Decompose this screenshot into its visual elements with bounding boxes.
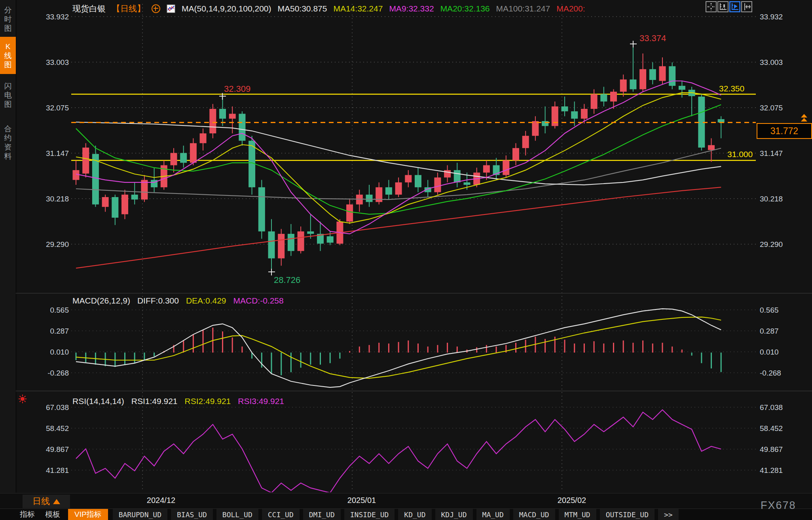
candle-body	[278, 234, 285, 258]
candle-body	[503, 160, 509, 175]
axis-play-button-active[interactable]	[729, 1, 740, 12]
axis-label: 58.452	[46, 424, 69, 433]
macd-pane	[76, 309, 721, 387]
toolbar-tab[interactable]: BIAS_UD	[171, 509, 213, 520]
symbol-name[interactable]: 现货白银	[72, 3, 106, 14]
timeframe-selector[interactable]: 日线	[23, 495, 70, 508]
ma200-value: MA200:	[556, 4, 585, 13]
candle-body	[219, 109, 226, 119]
toolbar-tab[interactable]: MA_UD	[476, 509, 510, 520]
candle-body	[239, 114, 245, 140]
candle-body	[610, 92, 617, 102]
toolbar-tab[interactable]: MTM_UD	[559, 509, 596, 520]
toolbar-tab[interactable]: VIP指标	[68, 509, 108, 520]
axis-label: 33.003	[760, 58, 783, 66]
rsi2-value: RSI2:49.921	[185, 397, 231, 406]
candle-body	[73, 170, 80, 180]
month-label: 2025/02	[558, 496, 586, 505]
toolbar-tab[interactable]: OUTSIDE_UD	[600, 509, 655, 520]
price-up-arrows-icon	[801, 114, 807, 122]
timeframe-tag[interactable]: 【日线】	[112, 3, 145, 14]
chart-toolbar-icons	[706, 1, 752, 12]
candle-body	[669, 66, 675, 86]
axis-label: 29.290	[760, 240, 783, 249]
indicator-toolbar: 指标模板VIP指标BARUPDN_UDBIAS_UDBOLL_UDCCI_UDD…	[0, 509, 812, 520]
candle-body	[630, 80, 636, 89]
macd-pane-title: MACD(26,12,9) DIFF:0.300 DEA:0.429 MACD:…	[72, 296, 284, 306]
last-price-badge: 31.772	[757, 123, 812, 139]
candle-body	[649, 69, 656, 80]
axis-label: 41.281	[760, 466, 783, 474]
macd-dea-value: DEA:0.429	[186, 296, 226, 306]
axis-label: -0.268	[760, 369, 781, 377]
toolbar-tab[interactable]: 模板	[43, 509, 63, 520]
rsi1-value: RSI1:49.921	[131, 397, 178, 406]
candle-body	[268, 232, 275, 258]
rsi3-value: RSI3:49.921	[238, 397, 284, 406]
ma-lines	[76, 81, 721, 268]
move-tool-button[interactable]	[706, 1, 717, 12]
candle-body	[180, 153, 187, 163]
ma9-value: MA9:32.332	[389, 4, 434, 13]
candle-body	[532, 121, 539, 136]
candle-body	[346, 205, 353, 222]
axis-label: 32.075	[46, 104, 69, 112]
rsi-pane	[76, 410, 721, 493]
ma50-value: MA50:30.875	[278, 4, 327, 13]
toolbar-tab[interactable]: KDJ_UD	[435, 509, 473, 520]
axis-label: 33.932	[46, 13, 69, 21]
ma-settings: MA(50,14,9,20,100,200)	[182, 4, 271, 13]
add-indicator-icon[interactable]	[152, 4, 160, 13]
rsi-pane-title: RSI(14,14,14) RSI1:49.921 RSI2:49.921 RS…	[72, 397, 284, 406]
axis-label: -0.268	[47, 369, 69, 377]
toolbar-tab[interactable]: >>	[658, 509, 679, 520]
mid-high-cross-marker	[219, 93, 226, 100]
annotation-mid-high: 32.309	[224, 84, 250, 94]
toolbar-tab[interactable]: MACD_UD	[513, 509, 555, 520]
macd-hist-value: MACD:-0.258	[233, 296, 284, 306]
candle-body	[112, 197, 118, 218]
axis-scale-button[interactable]	[717, 1, 729, 12]
candle-body	[190, 143, 197, 163]
toolbar-tab[interactable]: BOLL_UD	[216, 509, 258, 520]
alert-sun-icon[interactable]	[18, 394, 27, 404]
candle-body	[483, 165, 490, 173]
high-cross-marker	[630, 41, 637, 47]
month-label: 2024/12	[147, 496, 175, 505]
annotation-high: 33.374	[639, 33, 666, 44]
mini-chart-icon[interactable]	[167, 4, 175, 14]
candlesticks	[73, 44, 725, 272]
axis-label: 67.038	[46, 403, 69, 412]
candle-body	[581, 109, 588, 119]
ma100-value: MA100:31.247	[496, 4, 550, 13]
candle-body	[395, 182, 402, 195]
toolbar-tab[interactable]: INSIDE_UD	[344, 509, 395, 520]
toolbar-tab[interactable]: CCI_UD	[262, 509, 300, 520]
macd-diff-value: DIFF:0.300	[137, 296, 179, 306]
candle-body	[659, 66, 666, 81]
candle-body	[131, 195, 138, 199]
resistance-line-label[interactable]: 32.350	[719, 84, 744, 93]
axis-label: 67.038	[760, 403, 783, 412]
candle-body	[415, 175, 421, 187]
support-line-label[interactable]: 31.000	[727, 150, 753, 159]
candle-body	[200, 133, 207, 143]
main-chart-svg[interactable]: 33.93233.93233.00333.00332.07532.07531.1…	[0, 0, 812, 495]
axis-label: 49.867	[760, 445, 783, 454]
candle-body	[258, 187, 265, 231]
shift-axis-button[interactable]	[741, 1, 752, 12]
candle-body	[405, 175, 412, 182]
candle-body	[639, 69, 646, 89]
candle-body	[385, 187, 392, 195]
trading-app-window: 分时图K线图闪电图合约资料 33.93233.93233.00333.00332…	[0, 0, 812, 520]
month-label: 2025/01	[347, 496, 376, 505]
axis-label: 33.932	[760, 13, 783, 21]
axis-label: 29.290	[46, 240, 69, 249]
ma200-line	[76, 187, 721, 268]
toolbar-tab[interactable]: DMI_UD	[303, 509, 341, 520]
toolbar-tab[interactable]: BARUPDN_UD	[113, 509, 167, 520]
candle-body	[82, 148, 89, 174]
macd-title: MACD(26,12,9)	[72, 296, 130, 306]
toolbar-tab[interactable]: KD_UD	[398, 509, 431, 520]
toolbar-tab[interactable]: 指标	[17, 509, 37, 520]
